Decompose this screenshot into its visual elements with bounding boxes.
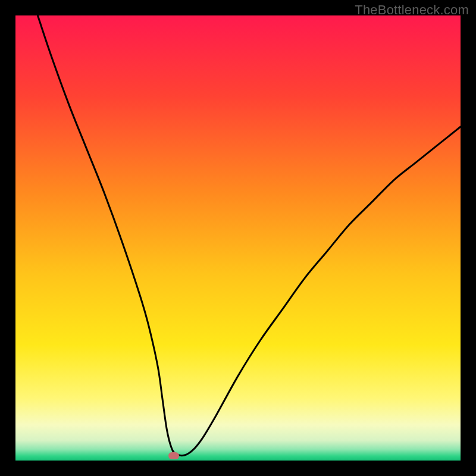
minimum-marker xyxy=(168,452,179,459)
chart-stage: TheBottleneck.com xyxy=(0,0,476,476)
plot-area xyxy=(15,15,461,461)
bottleneck-curve xyxy=(15,15,461,461)
